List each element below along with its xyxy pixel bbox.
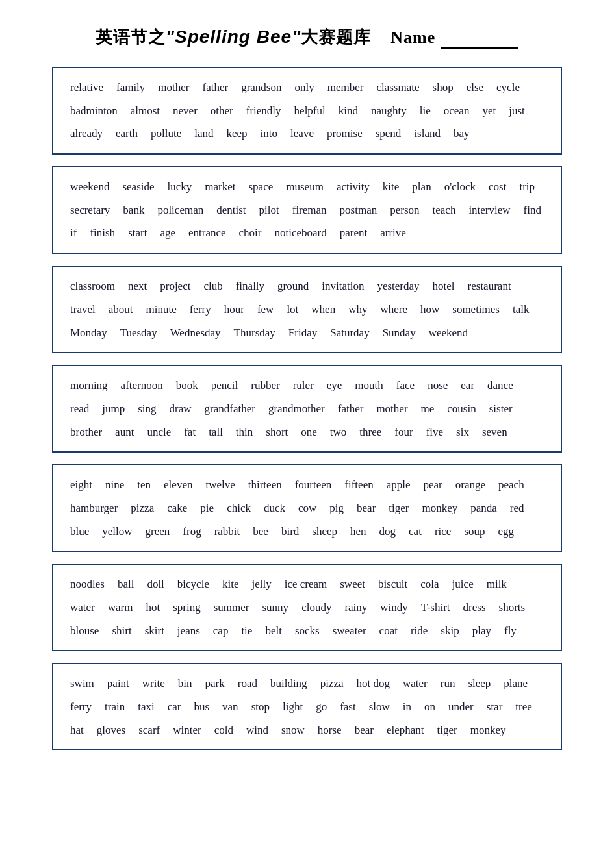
word-item: mouth	[348, 374, 389, 397]
word-item: van	[216, 695, 245, 719]
name-underline[interactable]	[441, 47, 518, 49]
word-item: o'clock	[438, 175, 482, 199]
word-item: dance	[481, 374, 520, 397]
word-item: other	[204, 99, 240, 123]
word-box-box2: weekendseasideluckymarketspacemuseumacti…	[52, 166, 562, 254]
word-item: park	[199, 672, 231, 695]
word-item: fireman	[286, 199, 333, 222]
word-item: stop	[245, 695, 276, 719]
word-item: belt	[259, 619, 288, 643]
word-item: egg	[492, 520, 521, 543]
word-item: noodles	[64, 573, 111, 596]
word-item: ice cream	[278, 573, 334, 596]
word-item: snow	[275, 719, 311, 742]
word-item: milk	[480, 573, 513, 596]
word-item: island	[407, 122, 447, 145]
word-item: already	[64, 122, 109, 145]
word-item: thin	[229, 421, 259, 444]
word-item: swim	[64, 672, 101, 695]
word-item: Saturday	[324, 321, 376, 345]
word-item: twelve	[199, 473, 241, 497]
word-item: about	[102, 298, 140, 321]
word-item: almost	[124, 99, 166, 123]
word-box-box7: swimpaintwritebinparkroadbuildingpizzaho…	[52, 663, 562, 750]
word-item: ten	[131, 473, 157, 497]
word-item: tree	[509, 695, 538, 719]
word-item: else	[460, 76, 490, 99]
word-item: read	[64, 397, 96, 421]
word-item: keep	[220, 122, 254, 145]
word-item: on	[418, 695, 442, 719]
word-item: face	[390, 374, 421, 397]
word-item: tall	[202, 421, 229, 444]
word-item: badminton	[64, 99, 124, 123]
word-item: cost	[482, 175, 513, 199]
page-title: 英语节之"Spelling Bee"大赛题库 Name	[52, 26, 562, 49]
word-item: juice	[446, 573, 480, 596]
word-item: pollute	[144, 122, 188, 145]
word-item: tiger	[382, 497, 415, 520]
word-item: pig	[323, 497, 350, 520]
word-item: elephant	[380, 719, 431, 742]
word-item: parent	[333, 221, 374, 245]
word-item: four	[388, 421, 419, 444]
word-item: activity	[330, 175, 376, 199]
word-item: water	[396, 672, 434, 695]
word-item: rabbit	[208, 520, 247, 543]
word-item: blue	[64, 520, 96, 543]
word-item: soup	[457, 520, 491, 543]
word-item: aunt	[109, 421, 140, 444]
word-item: naughty	[365, 99, 413, 123]
word-item: socks	[288, 619, 326, 643]
word-item: duck	[257, 497, 292, 520]
word-item: ear	[454, 374, 481, 397]
word-item: bear	[348, 719, 380, 742]
word-item: lucky	[161, 175, 199, 199]
word-item: skirt	[138, 619, 171, 643]
word-item: summer	[207, 596, 256, 619]
word-item: fourteen	[288, 473, 339, 497]
word-item: seven	[476, 421, 514, 444]
word-item: leave	[284, 122, 320, 145]
word-item: five	[420, 421, 450, 444]
word-item: jelly	[245, 573, 277, 596]
word-item: jump	[96, 397, 131, 421]
word-item: start	[122, 221, 153, 245]
word-item: sweater	[326, 619, 373, 643]
word-item: peach	[492, 473, 531, 497]
word-boxes-container: relativefamilymotherfathergrandsononlyme…	[52, 67, 562, 750]
word-item: bicycle	[171, 573, 216, 596]
word-item: cake	[160, 497, 194, 520]
word-item: ground	[271, 275, 315, 298]
word-item: gloves	[90, 719, 132, 742]
word-item: noticeboard	[268, 221, 333, 245]
word-item: bank	[116, 199, 151, 222]
word-item: lot	[280, 298, 305, 321]
word-item: spring	[166, 596, 207, 619]
word-item: kind	[332, 99, 365, 123]
word-item: yellow	[96, 520, 138, 543]
word-item: land	[188, 122, 220, 145]
word-item: bay	[447, 122, 476, 145]
word-item: scarf	[132, 719, 166, 742]
word-item: tiger	[431, 719, 464, 742]
word-item: friendly	[240, 99, 288, 123]
word-item: doll	[140, 573, 170, 596]
word-item: run	[434, 672, 462, 695]
word-item: morning	[64, 374, 114, 397]
word-box-box4: morningafternoonbookpencilrubberrulereye…	[52, 365, 562, 453]
word-item: postman	[333, 199, 384, 222]
word-item: next	[122, 275, 153, 298]
word-item: classroom	[64, 275, 122, 298]
word-item: brother	[64, 421, 109, 444]
word-item: pizza	[124, 497, 160, 520]
word-item: wind	[240, 719, 275, 742]
word-box-box5: eightnineteneleventwelvethirteenfourteen…	[52, 464, 562, 552]
word-item: two	[324, 421, 353, 444]
word-item: club	[197, 275, 229, 298]
word-item: panda	[464, 497, 504, 520]
word-item: green	[139, 520, 177, 543]
word-item: me	[415, 397, 441, 421]
word-item: tie	[235, 619, 259, 643]
word-item: water	[64, 596, 101, 619]
